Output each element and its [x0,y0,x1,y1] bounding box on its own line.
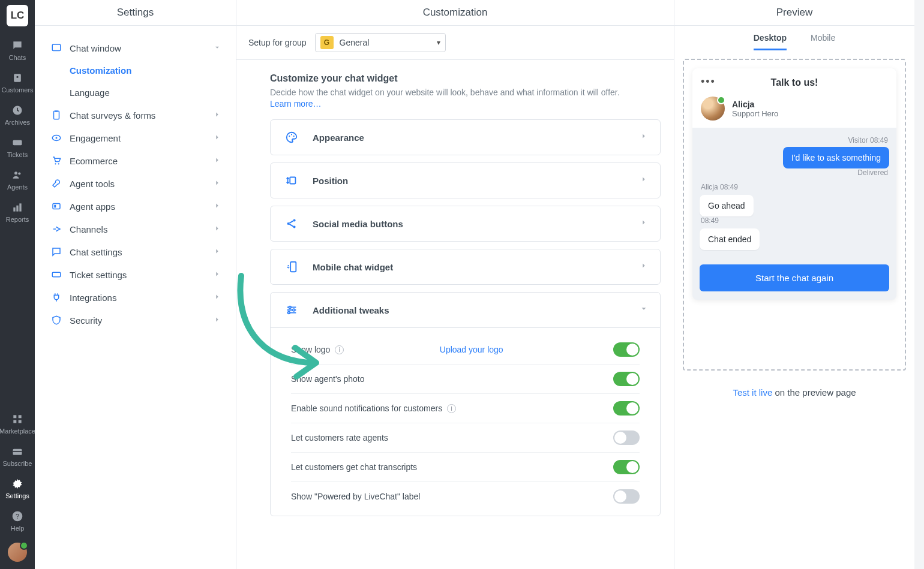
nav-chats[interactable]: Chats [0,34,35,66]
svg-point-1 [16,76,18,78]
svg-rect-9 [13,415,16,418]
sidebar-engagement[interactable]: Engagement [41,127,230,149]
tab-mobile[interactable]: Mobile [811,33,835,50]
agent-name: Alicja [732,100,778,109]
start-chat-button[interactable]: Start the chat again [700,264,889,291]
group-row: Setup for group G General ▾ [236,26,674,60]
panel-appearance: Appearance [270,119,661,155]
nav-reports[interactable]: Reports [0,195,35,228]
chevron-right-icon [213,247,221,257]
nav-help-label: Help [11,525,25,532]
nav-customers[interactable]: Customers [0,66,35,98]
agent-message: Go ahead [700,195,754,216]
sidebar-chat-settings[interactable]: Chat settings [41,240,230,263]
sidebar-ecommerce[interactable]: Ecommerce [41,149,230,172]
app-logo[interactable]: LC [7,5,28,26]
position-icon [283,174,301,187]
chevron-right-icon [213,179,221,189]
panel-mobile: Mobile chat widget [270,249,661,285]
nav-agents[interactable]: Agents [0,163,35,195]
chat-header: ••• Talk to us! Alicja Support Hero [692,68,896,128]
palette-icon [283,131,301,144]
tab-desktop[interactable]: Desktop [754,33,787,50]
main-scroll: Customize your chat widget Decide how th… [236,60,674,569]
sidebar-security[interactable]: Security [41,309,230,332]
mobile-icon [283,260,301,273]
svg-point-34 [293,225,296,228]
settings-sidebar: Settings Chat window Customization Langu… [35,0,236,569]
svg-point-29 [291,134,292,135]
panel-mobile-head[interactable]: Mobile chat widget [271,249,660,284]
svg-text:?: ? [16,513,19,520]
toggle-powered-label: Show "Powered by LiveChat" label [291,492,420,501]
svg-rect-7 [16,206,18,212]
sidebar-chat-surveys[interactable]: Chat surveys & forms [41,104,230,127]
toggle-transcripts-label: Let customers get chat transcripts [291,462,417,472]
svg-point-4 [14,171,17,174]
sidebar-surveys-label: Chat surveys & forms [70,110,155,121]
nav-tickets[interactable]: Tickets [0,131,35,163]
svg-rect-6 [13,207,15,212]
toggle-agent-photo-label: Show agent's photo [291,374,365,384]
sidebar-channels-label: Channels [70,224,107,234]
nav-help[interactable]: ? Help [0,504,35,537]
panel-tweaks-head[interactable]: Additional tweaks [271,293,660,327]
switch-transcripts[interactable] [613,460,640,474]
panel-social-title: Social media buttons [313,219,403,229]
nav-archives[interactable]: Archives [0,98,35,131]
chevron-right-icon [213,156,221,166]
sidebar-chat-window[interactable]: Chat window [41,37,230,59]
sidebar-chatset-label: Chat settings [70,247,122,257]
svg-rect-31 [290,177,295,184]
sidebar-agent-tools[interactable]: Agent tools [41,172,230,195]
agents-icon [11,169,23,181]
svg-point-23 [55,163,56,164]
panel-position-head[interactable]: Position [271,163,660,198]
upload-logo-link[interactable]: Upload your logo [440,345,503,354]
toggle-rate: Let customers rate agents [291,423,640,453]
nav-archives-label: Archives [5,119,30,126]
svg-point-33 [293,219,296,221]
svg-point-32 [287,222,289,225]
nav-subscribe[interactable]: Subscribe [0,439,35,472]
sidebar-customization[interactable]: Customization [41,59,230,82]
user-message: I'd like to ask something [783,147,889,168]
test-live-rest: on the preview page [772,387,856,398]
sidebar-channels[interactable]: Channels [41,218,230,240]
sidebar-engagement-label: Engagement [70,133,121,143]
switch-agent-photo[interactable] [613,372,640,386]
plug-icon [49,292,64,303]
channels-icon [49,224,64,234]
chevron-right-icon [213,133,221,143]
switch-sound[interactable] [613,401,640,416]
agent-timestamp: Alicja 08:49 [701,183,888,191]
chat-widget: ••• Talk to us! Alicja Support Hero Visi… [692,68,896,300]
user-avatar[interactable] [8,543,27,562]
setup-label: Setup for group [248,38,307,47]
nav-reports-label: Reports [6,216,29,223]
sidebar-ecommerce-label: Ecommerce [70,156,118,166]
info-icon[interactable]: i [335,345,344,354]
switch-rate[interactable] [613,430,640,445]
sidebar-language[interactable]: Language [41,82,230,104]
svg-point-5 [18,172,20,174]
svg-rect-27 [52,272,61,277]
sidebar-agent-apps[interactable]: Agent apps [41,195,230,218]
learn-more-link[interactable]: Learn more… [270,99,322,109]
nav-marketplace[interactable]: Marketplace [0,407,35,439]
page-scrollbar[interactable] [914,0,924,569]
group-select[interactable]: G General ▾ [315,33,446,52]
panel-position: Position [270,162,661,198]
panel-social-head[interactable]: Social media buttons [271,206,660,241]
chat-agent: Alicja Support Hero [701,97,888,121]
nav-settings[interactable]: Settings [0,472,35,504]
chevron-down-icon [213,43,221,53]
svg-point-37 [289,306,291,309]
switch-powered[interactable] [613,489,640,504]
switch-show-logo[interactable] [613,342,640,357]
panel-appearance-head[interactable]: Appearance [271,120,660,155]
info-icon[interactable]: i [447,404,456,413]
test-live-link[interactable]: Test it live [733,387,772,398]
sidebar-integrations[interactable]: Integrations [41,286,230,309]
sidebar-ticket-settings[interactable]: Ticket settings [41,263,230,286]
